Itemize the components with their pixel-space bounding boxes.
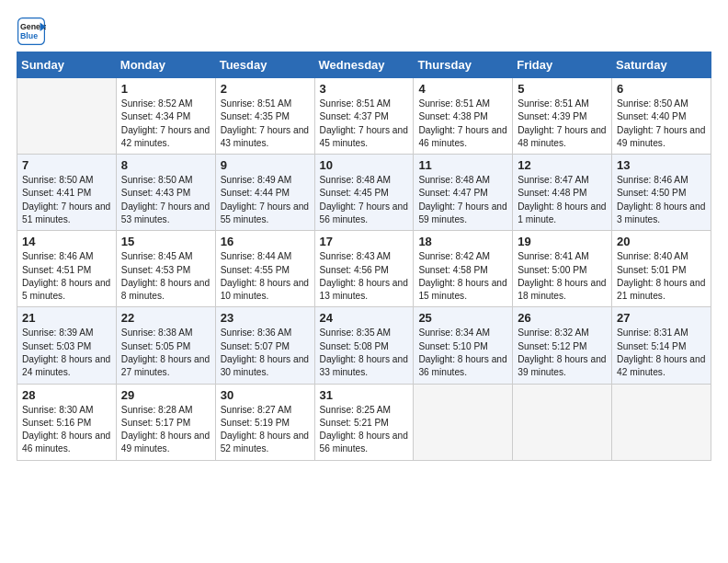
- day-number: 16: [221, 235, 310, 248]
- sunrise: Sunrise: 8:40 AM: [617, 251, 688, 261]
- day-cell: 23Sunrise: 8:36 AMSunset: 5:07 PMDayligh…: [215, 307, 314, 384]
- day-info: Sunrise: 8:32 AMSunset: 5:12 PMDaylight:…: [518, 327, 607, 379]
- daylight: Daylight: 8 hours and 13 minutes.: [320, 278, 408, 301]
- sunset: Sunset: 5:01 PM: [617, 265, 686, 275]
- sunset: Sunset: 4:40 PM: [617, 111, 686, 121]
- day-info: Sunrise: 8:38 AMSunset: 5:05 PMDaylight:…: [121, 327, 210, 379]
- sunrise: Sunrise: 8:46 AM: [22, 251, 94, 261]
- daylight: Daylight: 8 hours and 39 minutes.: [518, 354, 606, 377]
- day-info: Sunrise: 8:34 AMSunset: 5:10 PMDaylight:…: [418, 327, 507, 379]
- sunset: Sunset: 4:45 PM: [320, 188, 389, 198]
- day-cell: [17, 78, 117, 155]
- day-info: Sunrise: 8:44 AMSunset: 4:55 PMDaylight:…: [221, 250, 310, 303]
- daylight: Daylight: 8 hours and 18 minutes.: [518, 278, 606, 301]
- daylight: Daylight: 8 hours and 46 minutes.: [22, 431, 110, 454]
- daylight: Daylight: 8 hours and 10 minutes.: [221, 278, 309, 301]
- logo-icon: General Blue: [17, 17, 46, 46]
- sunrise: Sunrise: 8:51 AM: [418, 98, 490, 109]
- sunset: Sunset: 5:07 PM: [221, 341, 290, 351]
- day-number: 13: [617, 158, 706, 172]
- daylight: Daylight: 7 hours and 43 minutes.: [221, 125, 309, 148]
- sunset: Sunset: 4:55 PM: [221, 265, 290, 275]
- sunset: Sunset: 4:43 PM: [121, 188, 190, 198]
- sunset: Sunset: 4:47 PM: [418, 188, 487, 198]
- day-info: Sunrise: 8:51 AMSunset: 4:37 PMDaylight:…: [320, 98, 409, 150]
- sunrise: Sunrise: 8:32 AM: [518, 327, 589, 338]
- sunrise: Sunrise: 8:45 AM: [121, 251, 193, 261]
- day-number: 26: [518, 311, 607, 325]
- sunset: Sunset: 5:08 PM: [320, 341, 389, 351]
- day-cell: 6Sunrise: 8:50 AMSunset: 4:40 PMDaylight…: [612, 78, 711, 155]
- day-cell: 7Sunrise: 8:50 AMSunset: 4:41 PMDaylight…: [17, 155, 117, 231]
- week-row-4: 21Sunrise: 8:39 AMSunset: 5:03 PMDayligh…: [17, 307, 711, 384]
- sunrise: Sunrise: 8:48 AM: [320, 175, 392, 185]
- day-cell: 9Sunrise: 8:49 AMSunset: 4:44 PMDaylight…: [215, 155, 314, 231]
- day-cell: 14Sunrise: 8:46 AMSunset: 4:51 PMDayligh…: [17, 231, 117, 307]
- day-number: 18: [418, 235, 507, 248]
- day-info: Sunrise: 8:28 AMSunset: 5:17 PMDaylight:…: [121, 404, 210, 456]
- day-number: 1: [121, 82, 210, 96]
- sunset: Sunset: 4:48 PM: [518, 188, 586, 198]
- sunrise: Sunrise: 8:52 AM: [121, 98, 193, 109]
- sunset: Sunset: 5:17 PM: [121, 418, 190, 428]
- sunset: Sunset: 5:05 PM: [121, 341, 190, 351]
- day-cell: 3Sunrise: 8:51 AMSunset: 4:37 PMDaylight…: [314, 78, 414, 155]
- daylight: Daylight: 8 hours and 36 minutes.: [418, 354, 506, 377]
- day-cell: [414, 384, 513, 460]
- day-number: 23: [221, 311, 310, 325]
- day-number: 12: [518, 158, 607, 172]
- col-header-friday: Friday: [513, 52, 612, 78]
- day-info: Sunrise: 8:49 AMSunset: 4:44 PMDaylight:…: [221, 174, 310, 226]
- day-cell: 2Sunrise: 8:51 AMSunset: 4:35 PMDaylight…: [215, 78, 314, 155]
- day-number: 25: [418, 311, 507, 325]
- week-row-3: 14Sunrise: 8:46 AMSunset: 4:51 PMDayligh…: [17, 231, 711, 307]
- day-cell: 4Sunrise: 8:51 AMSunset: 4:38 PMDaylight…: [414, 78, 513, 155]
- daylight: Daylight: 8 hours and 1 minute.: [518, 201, 606, 224]
- day-cell: 18Sunrise: 8:42 AMSunset: 4:58 PMDayligh…: [414, 231, 513, 307]
- day-info: Sunrise: 8:45 AMSunset: 4:53 PMDaylight:…: [121, 250, 210, 303]
- day-info: Sunrise: 8:41 AMSunset: 5:00 PMDaylight:…: [518, 250, 607, 303]
- day-number: 6: [617, 82, 706, 96]
- day-info: Sunrise: 8:31 AMSunset: 5:14 PMDaylight:…: [617, 327, 706, 379]
- day-number: 8: [121, 158, 210, 172]
- header: General Blue: [17, 17, 711, 46]
- sunrise: Sunrise: 8:49 AM: [221, 175, 292, 185]
- day-info: Sunrise: 8:46 AMSunset: 4:51 PMDaylight:…: [22, 250, 111, 303]
- sunset: Sunset: 4:35 PM: [221, 111, 290, 121]
- sunrise: Sunrise: 8:28 AM: [121, 405, 193, 415]
- sunrise: Sunrise: 8:44 AM: [221, 251, 292, 261]
- daylight: Daylight: 7 hours and 45 minutes.: [320, 125, 408, 148]
- day-cell: 19Sunrise: 8:41 AMSunset: 5:00 PMDayligh…: [513, 231, 612, 307]
- day-info: Sunrise: 8:43 AMSunset: 4:56 PMDaylight:…: [320, 250, 409, 303]
- sunrise: Sunrise: 8:36 AM: [221, 327, 292, 338]
- day-number: 9: [221, 158, 310, 172]
- day-cell: [612, 384, 711, 460]
- svg-text:Blue: Blue: [20, 31, 38, 40]
- day-info: Sunrise: 8:51 AMSunset: 4:35 PMDaylight:…: [221, 98, 310, 150]
- sunrise: Sunrise: 8:27 AM: [221, 405, 292, 415]
- daylight: Daylight: 7 hours and 48 minutes.: [518, 125, 606, 148]
- day-number: 31: [320, 388, 409, 402]
- day-cell: 26Sunrise: 8:32 AMSunset: 5:12 PMDayligh…: [513, 307, 612, 384]
- sunrise: Sunrise: 8:50 AM: [121, 175, 193, 185]
- sunrise: Sunrise: 8:38 AM: [121, 327, 193, 338]
- day-info: Sunrise: 8:47 AMSunset: 4:48 PMDaylight:…: [518, 174, 607, 226]
- sunset: Sunset: 4:37 PM: [320, 111, 389, 121]
- day-number: 24: [320, 311, 409, 325]
- day-number: 14: [22, 235, 111, 248]
- sunrise: Sunrise: 8:39 AM: [22, 327, 94, 338]
- daylight: Daylight: 8 hours and 24 minutes.: [22, 354, 110, 377]
- day-cell: 25Sunrise: 8:34 AMSunset: 5:10 PMDayligh…: [414, 307, 513, 384]
- sunrise: Sunrise: 8:47 AM: [518, 175, 589, 185]
- sunset: Sunset: 4:39 PM: [518, 111, 586, 121]
- daylight: Daylight: 8 hours and 49 minutes.: [121, 431, 210, 454]
- sunset: Sunset: 4:38 PM: [418, 111, 487, 121]
- daylight: Daylight: 8 hours and 15 minutes.: [418, 278, 506, 301]
- sunrise: Sunrise: 8:51 AM: [221, 98, 292, 109]
- day-info: Sunrise: 8:27 AMSunset: 5:19 PMDaylight:…: [221, 404, 310, 456]
- col-header-wednesday: Wednesday: [314, 52, 414, 78]
- sunset: Sunset: 4:51 PM: [22, 265, 91, 275]
- sunset: Sunset: 5:16 PM: [22, 418, 91, 428]
- day-cell: 20Sunrise: 8:40 AMSunset: 5:01 PMDayligh…: [612, 231, 711, 307]
- day-info: Sunrise: 8:36 AMSunset: 5:07 PMDaylight:…: [221, 327, 310, 379]
